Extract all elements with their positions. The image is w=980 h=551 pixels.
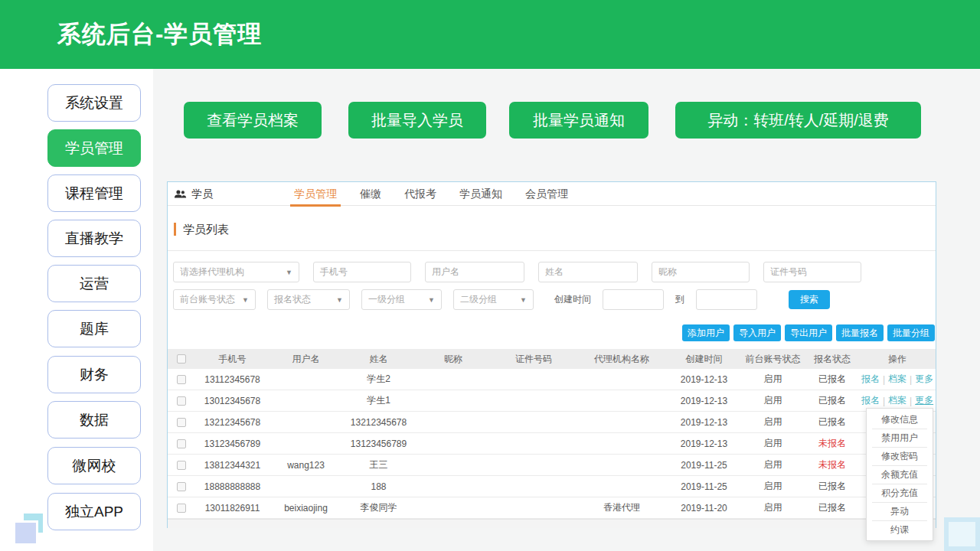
sidebar-item-system-settings[interactable]: 系统设置: [47, 84, 141, 122]
more-link[interactable]: 更多: [915, 373, 933, 386]
menu-item-change[interactable]: 异动: [867, 502, 933, 520]
menu-item-change-password[interactable]: 修改密码: [867, 447, 933, 465]
batch-student-notice-button[interactable]: 批量学员通知: [509, 102, 648, 139]
batch-group-button[interactable]: 批量分组: [887, 324, 935, 341]
cell-phone: 13011826911: [195, 497, 270, 518]
cell-account-status: 启用: [740, 455, 805, 475]
archive-link[interactable]: 档案: [888, 394, 906, 407]
table-row: 13812344321 wang123 王三 2019-11-25 启用 未报名: [168, 455, 936, 476]
add-user-button[interactable]: 添加用户: [682, 324, 730, 341]
signup-link[interactable]: 报名: [861, 373, 880, 386]
sidebar-item-live-teaching[interactable]: 直播教学: [47, 220, 141, 257]
filter-row-1: 请选择代理机构 ▼ 手机号 用户名 姓名 昵称 证件号码: [173, 262, 861, 282]
section-title: 学员列表: [174, 223, 229, 236]
tab-student-management[interactable]: 学员管理: [283, 182, 348, 206]
batch-import-students-button[interactable]: 批量导入学员: [348, 102, 486, 139]
row-checkbox[interactable]: [177, 418, 186, 427]
created-from-input[interactable]: [603, 289, 664, 310]
sidebar-item-operations[interactable]: 运营: [47, 265, 141, 302]
cell-name: 李俊同学: [342, 497, 415, 518]
cell-signup-status: 未报名: [805, 433, 859, 454]
cell-account-status: 启用: [740, 476, 805, 497]
menu-item-book-lesson[interactable]: 约课: [867, 520, 933, 539]
tab-payment-reminder[interactable]: 催缴: [348, 182, 393, 206]
menu-item-edit-info[interactable]: 修改信息: [867, 410, 933, 429]
account-status-select[interactable]: 前台账号状态 ▼: [173, 289, 256, 310]
view-student-archive-button[interactable]: 查看学员档案: [184, 102, 322, 139]
name-filter-input[interactable]: 姓名: [538, 262, 638, 282]
cell-name: 13212345678: [342, 412, 415, 432]
cell-name: 13123456789: [342, 433, 415, 454]
tab-member-management[interactable]: 会员管理: [514, 182, 580, 206]
more-link-active[interactable]: 更多: [915, 394, 933, 407]
batch-signup-button[interactable]: 批量报名: [836, 324, 884, 341]
section-header: 学员列表: [168, 206, 936, 251]
agency-select[interactable]: 请选择代理机构 ▼: [173, 262, 299, 282]
import-users-button[interactable]: 导入用户: [733, 324, 781, 341]
sidebar-item-standalone-app[interactable]: 独立APP: [47, 493, 141, 530]
cell-actions: 报名|档案|更多: [859, 369, 936, 390]
signup-status-select-value: 报名状态: [274, 293, 311, 306]
created-time-label: 创建时间: [554, 293, 591, 306]
sidebar-item-course-management[interactable]: 课程管理: [47, 174, 141, 212]
row-checkbox[interactable]: [177, 461, 186, 470]
cell-nickname: [415, 390, 492, 411]
change-transfer-button[interactable]: 异动：转班/转人/延期/退费: [675, 102, 921, 139]
cell-nickname: [415, 497, 492, 518]
cell-created: 2019-11-20: [668, 497, 740, 518]
sidebar-item-question-bank[interactable]: 题库: [47, 310, 141, 347]
cell-created: 2019-11-25: [668, 455, 740, 475]
col-name: 姓名: [342, 349, 415, 369]
table-row: 18888888888 188 2019-11-25 启用 已报名: [168, 476, 936, 497]
group-level2-select[interactable]: 二级分组 ▼: [453, 289, 534, 310]
col-phone: 手机号: [195, 349, 270, 369]
sidebar-item-micro-school[interactable]: 微网校: [47, 447, 141, 484]
menu-item-points-recharge[interactable]: 积分充值: [867, 484, 933, 502]
phone-filter-input[interactable]: 手机号: [313, 262, 411, 282]
col-username: 用户名: [270, 349, 342, 369]
row-checkbox[interactable]: [177, 482, 186, 491]
cell-username: [270, 390, 342, 411]
cell-signup-status: 已报名: [805, 390, 859, 411]
cell-username: wang123: [270, 455, 342, 475]
id-number-filter-input[interactable]: 证件号码: [763, 262, 861, 282]
cell-signup-status: 已报名: [805, 412, 859, 432]
agency-select-value: 请选择代理机构: [180, 266, 244, 279]
select-all-checkbox[interactable]: [177, 354, 186, 364]
cell-username: [270, 412, 342, 432]
row-checkbox[interactable]: [177, 504, 186, 513]
search-button[interactable]: 搜索: [789, 290, 830, 309]
cell-nickname: [415, 433, 492, 454]
sidebar-item-data[interactable]: 数据: [47, 401, 141, 439]
row-checkbox[interactable]: [177, 439, 186, 448]
export-users-button[interactable]: 导出用户: [785, 324, 832, 341]
to-label: 到: [675, 293, 684, 306]
col-agency: 代理机构名称: [576, 349, 668, 369]
cell-account-status: 启用: [740, 390, 805, 411]
menu-item-balance-recharge[interactable]: 余额充值: [867, 465, 933, 484]
cell-id-number: [492, 433, 576, 454]
cell-username: [270, 369, 342, 390]
group-level1-select[interactable]: 一级分组 ▼: [361, 289, 442, 310]
nickname-filter-input[interactable]: 昵称: [652, 262, 750, 282]
cell-agency: [576, 433, 668, 454]
cell-name: 188: [342, 476, 415, 497]
menu-item-disable-user[interactable]: 禁用用户: [867, 429, 933, 447]
decor-square-inner: [949, 522, 975, 546]
row-checkbox[interactable]: [177, 396, 186, 406]
username-filter-input[interactable]: 用户名: [425, 262, 524, 282]
cell-account-status: 启用: [740, 433, 805, 454]
cell-id-number: [492, 369, 576, 390]
sidebar-item-finance[interactable]: 财务: [47, 356, 141, 393]
row-checkbox[interactable]: [177, 375, 186, 384]
tab-exam-registration[interactable]: 代报考: [393, 182, 448, 206]
tab-student-notice[interactable]: 学员通知: [448, 182, 514, 206]
signup-link[interactable]: 报名: [861, 394, 880, 407]
tabs: 学员管理 催缴 代报考 学员通知 会员管理: [283, 182, 580, 206]
created-to-input[interactable]: [696, 289, 757, 310]
app-header: 系统后台-学员管理: [0, 0, 980, 69]
sidebar-item-student-management[interactable]: 学员管理: [47, 129, 141, 167]
col-created: 创建时间: [668, 349, 740, 369]
signup-status-select[interactable]: 报名状态 ▼: [267, 289, 350, 310]
archive-link[interactable]: 档案: [888, 373, 906, 386]
